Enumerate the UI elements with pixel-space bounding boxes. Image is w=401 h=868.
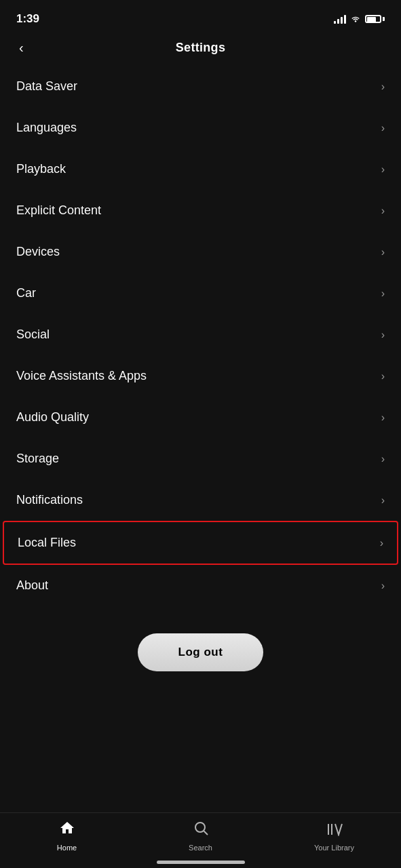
chevron-right-icon: › [381,122,385,134]
settings-item-audio-quality[interactable]: Audio Quality› [0,397,401,438]
nav-item-library[interactable]: Your Library [307,820,362,852]
settings-label-devices: Devices [16,245,60,259]
settings-item-storage[interactable]: Storage› [0,438,401,479]
settings-label-notifications: Notifications [16,493,83,507]
search-icon [193,820,209,840]
bottom-nav: Home Search Your Library [0,812,401,868]
chevron-right-icon: › [381,205,385,217]
chevron-right-icon: › [381,81,385,93]
wifi-icon [350,13,361,25]
settings-item-languages[interactable]: Languages› [0,107,401,149]
nav-item-search[interactable]: Search [174,820,228,852]
logout-button[interactable]: Log out [138,633,264,671]
settings-item-devices[interactable]: Devices› [0,231,401,273]
svg-line-1 [204,831,208,835]
settings-label-voice-assistants: Voice Assistants & Apps [16,369,147,383]
chevron-right-icon: › [381,163,385,176]
status-bar: 1:39 [0,0,401,34]
settings-label-explicit-content: Explicit Content [16,203,101,218]
library-icon [326,820,343,840]
chevron-right-icon: › [381,329,385,341]
settings-label-storage: Storage [16,452,59,466]
chevron-right-icon: › [381,288,385,300]
settings-label-local-files: Local Files [18,536,76,550]
chevron-right-icon: › [381,370,385,382]
back-button[interactable]: ‹ [14,37,29,58]
chevron-right-icon: › [381,494,385,507]
settings-label-car: Car [16,286,36,300]
nav-label-library: Your Library [314,844,354,852]
settings-label-social: Social [16,328,50,342]
settings-label-about: About [16,578,48,593]
settings-item-local-files[interactable]: Local Files› [3,521,398,565]
battery-icon [365,15,385,23]
chevron-right-icon: › [381,246,385,258]
settings-item-explicit-content[interactable]: Explicit Content› [0,190,401,231]
nav-label-search: Search [189,844,212,852]
svg-point-0 [195,823,205,832]
nav-label-home: Home [57,844,77,852]
settings-item-voice-assistants[interactable]: Voice Assistants & Apps› [0,355,401,397]
chevron-right-icon: › [381,453,385,465]
nav-item-home[interactable]: Home [40,820,94,852]
settings-list: Data Saver›Languages›Playback›Explicit C… [0,66,401,606]
settings-item-social[interactable]: Social› [0,314,401,355]
chevron-right-icon: › [380,537,383,549]
status-time: 1:39 [16,12,39,26]
home-indicator [157,861,245,864]
chevron-right-icon: › [381,580,385,592]
header: ‹ Settings [0,34,401,66]
settings-item-data-saver[interactable]: Data Saver› [0,66,401,107]
settings-item-notifications[interactable]: Notifications› [0,479,401,521]
status-icons [334,13,385,25]
chevron-right-icon: › [381,412,385,424]
page-title: Settings [176,41,225,55]
settings-label-languages: Languages [16,121,77,135]
home-icon [59,820,75,840]
settings-item-car[interactable]: Car› [0,273,401,314]
settings-label-audio-quality: Audio Quality [16,410,89,425]
settings-item-playback[interactable]: Playback› [0,149,401,190]
settings-label-playback: Playback [16,162,66,176]
settings-label-data-saver: Data Saver [16,79,77,94]
settings-item-about[interactable]: About› [0,565,401,606]
logout-container: Log out [0,606,401,692]
signal-icon [334,14,346,24]
